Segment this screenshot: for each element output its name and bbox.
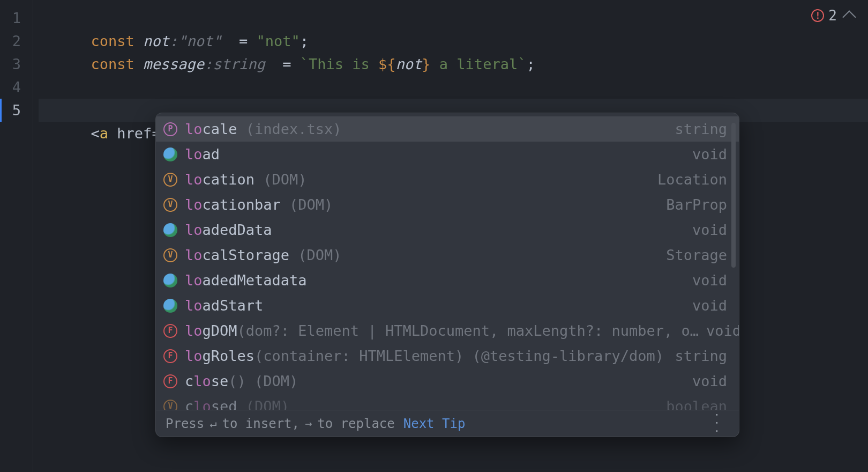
completion-type: boolean: [666, 394, 727, 410]
completion-name: loadedData: [185, 217, 272, 242]
error-icon: !: [811, 9, 824, 22]
autocomplete-item[interactable]: Plocale (index.tsx)string: [156, 116, 739, 142]
completion-name: logRoles(container: HTMLElement) (@testi…: [185, 343, 664, 368]
completion-type: void: [692, 142, 727, 167]
line-number-active: 5: [0, 99, 21, 122]
autocomplete-item[interactable]: loadedDatavoid: [156, 217, 739, 242]
tab-key-icon: →: [305, 417, 312, 430]
autocomplete-item[interactable]: Vlocation (DOM)Location: [156, 167, 739, 192]
autocomplete-list[interactable]: Plocale (index.tsx)stringloadvoidVlocati…: [156, 113, 739, 410]
line-number: 3: [0, 53, 21, 76]
event-icon: [163, 148, 177, 161]
completion-type: void: [692, 268, 727, 293]
autocomplete-footer: Press ↵ to insert, → to replace Next Tip…: [156, 410, 739, 437]
autocomplete-item[interactable]: loadedMetadatavoid: [156, 268, 739, 293]
variable-icon: V: [163, 198, 177, 212]
function-icon: F: [163, 324, 177, 338]
event-icon: [163, 299, 177, 313]
line-number: 2: [0, 30, 21, 53]
autocomplete-item[interactable]: loadStartvoid: [156, 293, 739, 318]
completion-name: locationbar (DOM): [185, 192, 333, 217]
autocomplete-item[interactable]: VlocalStorage (DOM)Storage: [156, 242, 739, 268]
completion-type: void: [692, 368, 727, 394]
event-icon: [163, 223, 177, 237]
popup-scrollbar[interactable]: [731, 123, 736, 268]
completion-name: loadedMetadata: [185, 268, 307, 293]
line-number: 4: [0, 76, 21, 99]
more-menu-icon[interactable]: ···: [710, 411, 724, 436]
completion-type: void: [692, 217, 727, 242]
completion-type: string: [675, 343, 727, 368]
variable-icon: V: [163, 173, 177, 187]
chevron-up-icon[interactable]: [842, 10, 856, 24]
completion-name: load: [185, 142, 220, 167]
autocomplete-item[interactable]: FlogDOM(dom?: Element | HTMLDocument, ma…: [156, 318, 739, 343]
function-icon: F: [163, 374, 177, 388]
code-area[interactable]: const not:"not" = "not"; const message:s…: [33, 0, 868, 472]
autocomplete-item[interactable]: Vclosed (DOM)boolean: [156, 394, 739, 410]
enter-key-icon: ↵: [209, 417, 216, 430]
code-line[interactable]: const not:"not" = "not";: [39, 6, 868, 30]
completion-name: closed (DOM): [185, 394, 289, 410]
completion-name: locale (index.tsx): [185, 116, 342, 142]
autocomplete-item[interactable]: FlogRoles(container: HTMLElement) (@test…: [156, 343, 739, 368]
string-literal: "not": [256, 33, 300, 49]
problems-indicator[interactable]: ! 2: [811, 8, 854, 24]
completion-name: localStorage (DOM): [185, 242, 342, 268]
next-tip-link[interactable]: Next Tip: [403, 416, 466, 431]
type-hint: :"not": [169, 33, 230, 49]
line-number: 1: [0, 6, 21, 30]
code-line[interactable]: const CareersLink = ({locale} : {locale:…: [39, 76, 868, 99]
event-icon: [163, 274, 177, 287]
completion-name: location (DOM): [185, 167, 307, 192]
autocomplete-item[interactable]: Vlocationbar (DOM)BarProp: [156, 192, 739, 217]
keyword: const: [91, 33, 144, 49]
line-number-gutter: 1 2 3 4 5: [0, 0, 33, 472]
completion-type: void: [692, 293, 727, 318]
completion-type: BarProp: [666, 192, 727, 217]
autocomplete-item[interactable]: loadvoid: [156, 142, 739, 167]
completion-type: Storage: [666, 242, 727, 268]
completion-name: logDOM(dom?: Element | HTMLDocument, max…: [185, 318, 699, 343]
autocomplete-popup[interactable]: Plocale (index.tsx)stringloadvoidVlocati…: [155, 113, 739, 437]
identifier: not: [143, 33, 169, 49]
variable-icon: V: [163, 400, 177, 410]
autocomplete-item[interactable]: Fclose() (DOM)void: [156, 368, 739, 394]
completion-name: close() (DOM): [185, 368, 298, 394]
error-count: 2: [828, 8, 837, 24]
completion-name: loadStart: [185, 293, 263, 318]
variable-icon: V: [163, 248, 177, 262]
code-editor[interactable]: 1 2 3 4 5 const not:"not" = "not"; const…: [0, 0, 868, 472]
function-icon: F: [163, 349, 177, 363]
completion-type: void: [706, 318, 739, 343]
parameter-icon: P: [163, 122, 177, 136]
completion-type: Location: [657, 167, 727, 192]
completion-type: string: [675, 116, 727, 142]
